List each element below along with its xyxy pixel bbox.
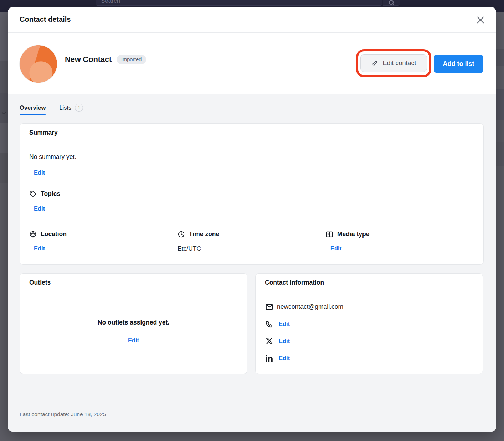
timezone-label: Time zone bbox=[189, 230, 219, 238]
edit-contact-label: Edit contact bbox=[382, 59, 416, 67]
summary-columns: Location Edit Time zone bbox=[29, 230, 474, 253]
email-value: newcontact@gmail.com bbox=[277, 303, 343, 311]
x-twitter-icon bbox=[265, 338, 273, 344]
timezone-column: Time zone Etc/UTC bbox=[178, 230, 326, 253]
summary-body: No summary yet. Edit Topics Edit bbox=[20, 142, 483, 253]
summary-title: Summary bbox=[29, 129, 58, 136]
modal-body: Overview Lists 1 Summary No summary yet.… bbox=[8, 94, 496, 432]
avatar bbox=[20, 45, 57, 83]
x-row: Edit bbox=[265, 337, 473, 345]
globe-icon bbox=[29, 230, 37, 238]
summary-empty-text: No summary yet. bbox=[29, 153, 474, 161]
outlets-empty-text: No outlets assigned yet. bbox=[20, 319, 247, 326]
envelope-icon bbox=[265, 303, 273, 311]
newspaper-icon bbox=[326, 230, 333, 238]
contact-name: New Contact bbox=[65, 55, 112, 64]
x-edit-link[interactable]: Edit bbox=[279, 338, 290, 344]
media-type-label: Media type bbox=[337, 230, 369, 238]
pencil-icon bbox=[371, 59, 379, 67]
add-to-list-label: Add to list bbox=[443, 60, 474, 68]
timezone-header: Time zone bbox=[178, 230, 326, 238]
topics-section-header: Topics bbox=[29, 190, 474, 198]
last-update-note: Last contact update: June 18, 2025 bbox=[20, 411, 106, 417]
search-placeholder: Search bbox=[101, 0, 120, 5]
timezone-value: Etc/UTC bbox=[178, 245, 326, 253]
imported-badge: Imported bbox=[117, 55, 146, 64]
contact-info-title: Contact information bbox=[265, 279, 324, 286]
location-column: Location Edit bbox=[29, 230, 178, 253]
topics-edit-link[interactable]: Edit bbox=[34, 205, 45, 212]
linkedin-row: Edit bbox=[265, 354, 473, 362]
modal-title: Contact details bbox=[20, 15, 71, 24]
media-type-edit-link[interactable]: Edit bbox=[330, 245, 341, 252]
outlets-card: Outlets No outlets assigned yet. Edit bbox=[20, 273, 247, 374]
add-to-list-button[interactable]: Add to list bbox=[434, 55, 483, 73]
outlets-edit-link[interactable]: Edit bbox=[128, 337, 139, 344]
phone-row: Edit bbox=[265, 320, 473, 328]
overlay-left bbox=[0, 12, 8, 441]
phone-icon bbox=[265, 320, 273, 328]
close-button[interactable] bbox=[475, 14, 487, 26]
tab-bar: Overview Lists 1 bbox=[20, 104, 83, 116]
contact-details-modal: Contact details New Contact Imported bbox=[8, 7, 496, 432]
phone-edit-link[interactable]: Edit bbox=[279, 321, 290, 327]
location-edit-link[interactable]: Edit bbox=[34, 245, 45, 252]
contact-name-row: New Contact Imported bbox=[65, 55, 146, 64]
location-header: Location bbox=[29, 230, 178, 238]
contact-info-rows: newcontact@gmail.com Edit bbox=[256, 292, 483, 362]
media-type-header: Media type bbox=[326, 230, 474, 238]
clock-icon bbox=[178, 230, 185, 238]
outlets-title: Outlets bbox=[29, 279, 51, 286]
linkedin-edit-link[interactable]: Edit bbox=[279, 355, 290, 362]
chevron-down-icon bbox=[0, 110, 7, 117]
search-submit-button[interactable] bbox=[383, 0, 400, 6]
summary-card-header: Summary bbox=[20, 124, 483, 142]
tab-lists-label: Lists bbox=[59, 104, 71, 111]
summary-edit-link[interactable]: Edit bbox=[34, 169, 45, 176]
close-icon bbox=[475, 15, 487, 25]
overlay-right bbox=[496, 12, 504, 441]
topics-label: Topics bbox=[41, 190, 60, 198]
outlets-card-header: Outlets bbox=[20, 274, 247, 292]
summary-card: Summary No summary yet. Edit Topics Edit bbox=[20, 123, 484, 265]
tab-overview[interactable]: Overview bbox=[20, 104, 46, 115]
outlets-body: No outlets assigned yet. Edit bbox=[20, 319, 247, 344]
contact-hero: New Contact Imported Edit contact Add to… bbox=[8, 33, 496, 94]
tab-lists[interactable]: Lists 1 bbox=[59, 104, 83, 116]
media-type-column: Media type Edit bbox=[326, 230, 474, 253]
modal-header: Contact details bbox=[8, 7, 496, 33]
contact-info-card-header: Contact information bbox=[256, 274, 483, 292]
tag-icon bbox=[29, 190, 37, 198]
search-input[interactable]: Search bbox=[96, 0, 382, 6]
contact-info-card: Contact information newcontact@gmail.com bbox=[255, 273, 483, 374]
linkedin-icon bbox=[265, 354, 273, 362]
overlay-bottom bbox=[8, 432, 496, 441]
edit-contact-button[interactable]: Edit contact bbox=[360, 54, 427, 72]
email-row: newcontact@gmail.com bbox=[265, 303, 473, 311]
location-label: Location bbox=[41, 230, 67, 238]
lists-count-badge: 1 bbox=[75, 104, 83, 112]
